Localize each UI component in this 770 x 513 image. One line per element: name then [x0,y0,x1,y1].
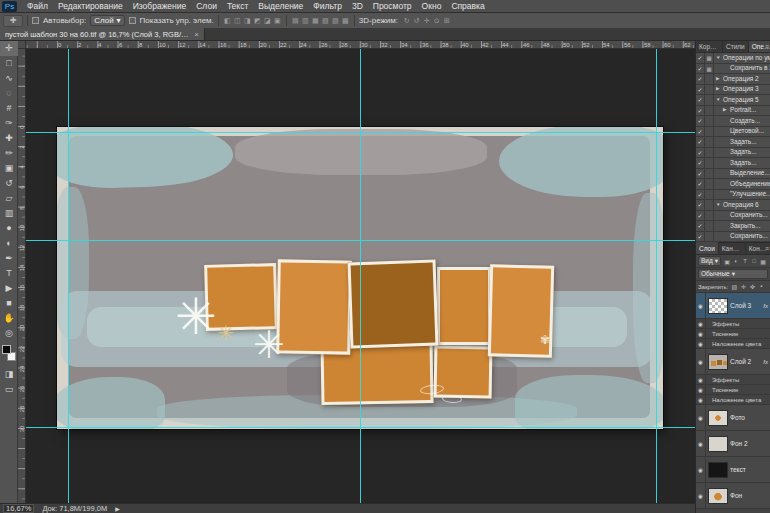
document-tab[interactable]: пустой шаблон 30 на 60.tif @ 16,7% (Слой… [0,28,205,40]
action-modal-icon[interactable]: ▦ [705,64,714,74]
blend-mode-dropdown[interactable]: Обычные▾ [698,269,768,279]
show-transform-controls-checkbox[interactable] [129,17,136,24]
action-row[interactable]: ✓ ▶Portrait... [696,106,770,117]
menu-item[interactable]: Слои [191,0,222,13]
visibility-eye-icon[interactable]: ◉ [696,349,706,374]
horizontal-ruler[interactable]: 0246810121416182022242628303234363840424… [18,41,695,49]
align-right-edges-icon[interactable]: ◨ [243,14,252,28]
align-v-centers-icon[interactable]: ◪ [263,14,272,28]
action-modal-icon[interactable]: ▦ [705,53,714,63]
action-check-icon[interactable]: ✓ [696,148,705,158]
action-row[interactable]: ✓ ▶Операция 2 [696,74,770,85]
menu-item[interactable]: 3D [347,0,368,13]
action-modal-icon[interactable] [705,221,714,231]
eraser-tool[interactable]: ▱ [0,191,18,206]
guide-vertical[interactable] [656,49,657,503]
action-check-icon[interactable]: ✓ [696,116,705,126]
action-check-icon[interactable]: ✓ [696,169,705,179]
ruler-origin-corner[interactable] [18,41,26,49]
action-modal-icon[interactable] [705,190,714,200]
action-row[interactable]: ✓ "Улучшение..." [696,190,770,201]
visibility-eye-icon[interactable]: ◉ [696,385,706,394]
align-bottom-edges-icon[interactable]: ▣ [273,14,282,28]
guide-horizontal[interactable] [26,240,695,241]
action-modal-icon[interactable] [705,74,714,84]
action-modal-icon[interactable] [705,200,714,210]
action-check-icon[interactable]: ✓ [696,74,705,84]
layer-filter-dropdown[interactable]: Вид▾ [698,256,721,266]
lock-transparency-icon[interactable]: ▨ [730,283,738,290]
action-row[interactable]: ✓ Цветовой... [696,127,770,138]
action-modal-icon[interactable] [705,106,714,116]
layer-row[interactable]: ◉ Фото [696,405,770,431]
layer-row[interactable]: ◉ Эффекты [696,375,770,385]
visibility-eye-icon[interactable]: ◉ [696,329,706,338]
action-modal-icon[interactable] [705,169,714,179]
rect-marquee-tool[interactable]: □ [0,56,18,71]
action-modal-icon[interactable] [705,158,714,168]
action-modal-icon[interactable] [705,127,714,137]
layer-row[interactable]: ◉ Наложение цвета [696,395,770,405]
action-check-icon[interactable]: ✓ [696,53,705,63]
action-check-icon[interactable]: ✓ [696,106,705,116]
quick-mask-tool[interactable]: ◨ [0,367,18,382]
guide-horizontal[interactable] [26,132,695,133]
screen-mode-tool[interactable]: ▭ [0,382,18,397]
action-row[interactable]: ✓ Сохранить... [696,232,770,243]
action-modal-icon[interactable] [705,137,714,147]
action-check-icon[interactable]: ✓ [696,200,705,210]
action-row[interactable]: ✓ Задать... [696,137,770,148]
visibility-eye-icon[interactable]: ◉ [696,319,706,328]
action-modal-icon[interactable] [705,179,714,189]
pen-tool[interactable]: ✒ [0,251,18,266]
action-check-icon[interactable]: ✓ [696,127,705,137]
zoom-tool[interactable]: ◎ [0,326,18,341]
action-row[interactable]: ✓ ▶Операция 3 [696,85,770,96]
action-modal-icon[interactable] [705,95,714,105]
visibility-eye-icon[interactable]: ◉ [696,431,706,456]
healing-brush-tool[interactable]: ✚ [0,131,18,146]
disclosure-triangle-icon[interactable]: ▼ [716,53,723,63]
blur-tool[interactable]: ● [0,221,18,236]
layer-row[interactable]: ◉ Слой 3 fx [696,293,770,319]
action-check-icon[interactable]: ✓ [696,137,705,147]
dodge-tool[interactable]: ◐ [0,236,18,251]
action-check-icon[interactable]: ✓ [696,179,705,189]
action-row[interactable]: ✓ Задать... [696,148,770,159]
disclosure-triangle-icon[interactable]: ▼ [716,200,723,210]
disclosure-triangle-icon[interactable]: ▶ [716,74,723,84]
filter-type-layers-icon[interactable]: T [741,258,749,265]
gradient-tool[interactable]: ▥ [0,206,18,221]
vertical-ruler[interactable]: 024681012141618202224262830 [18,41,26,503]
action-check-icon[interactable]: ✓ [696,64,705,74]
menu-item[interactable]: Фильтр [308,0,347,13]
visibility-eye-icon[interactable]: ◉ [696,457,706,482]
action-check-icon[interactable]: ✓ [696,232,705,242]
visibility-eye-icon[interactable]: ◉ [696,395,706,404]
quick-selection-tool[interactable]: ◌ [0,86,18,101]
filter-pixel-layers-icon[interactable]: ▣ [723,258,731,265]
crop-tool[interactable]: # [0,101,18,116]
visibility-eye-icon[interactable]: ◉ [696,339,706,348]
menu-item[interactable]: Текст [222,0,253,13]
disclosure-triangle-icon[interactable]: ▶ [716,85,723,95]
distribute-left-icon[interactable]: ▧ [321,14,330,28]
clone-stamp-tool[interactable]: ▣ [0,161,18,176]
panel-tab[interactable]: Стили [723,41,749,52]
lasso-tool[interactable]: ∿ [0,71,18,86]
eyedropper-tool[interactable]: ✑ [0,116,18,131]
3d-drag-icon[interactable]: ✛ [422,14,431,28]
action-modal-icon[interactable] [705,232,714,242]
filter-shape-layers-icon[interactable]: □ [750,258,758,265]
action-check-icon[interactable]: ✓ [696,158,705,168]
menu-item[interactable]: Файл [22,0,53,13]
disclosure-triangle-icon[interactable]: ▶ [723,106,730,116]
menu-item[interactable]: Изображение [128,0,192,13]
layer-row[interactable]: ◉ текст [696,457,770,483]
action-row[interactable]: ✓ Сохранить... [696,211,770,222]
distribute-v-centers-icon[interactable]: ▥ [301,14,310,28]
menu-item[interactable]: Справка [446,0,489,13]
action-modal-icon[interactable] [705,116,714,126]
active-tool-icon[interactable]: ✛ [3,15,23,27]
lock-pixels-icon[interactable]: ✛ [739,283,747,290]
